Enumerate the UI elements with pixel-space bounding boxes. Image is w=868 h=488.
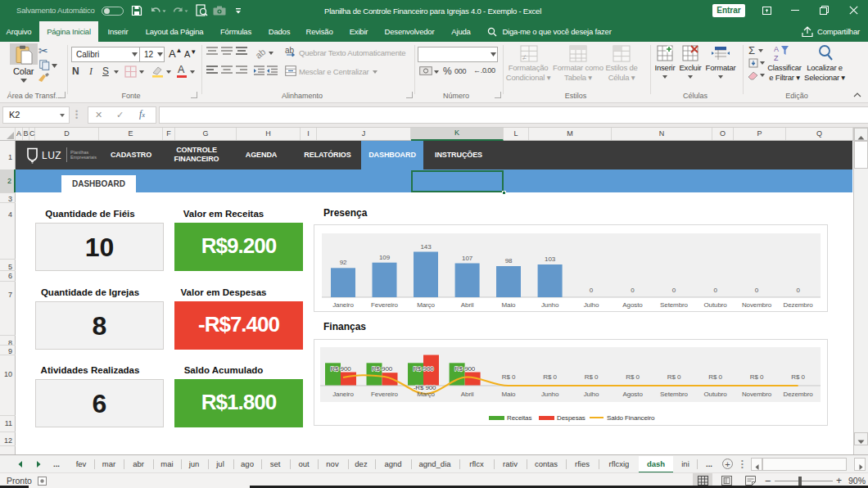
svg-text:R$ 900: R$ 900 xyxy=(454,365,476,373)
svg-text:Junho: Junho xyxy=(541,391,559,398)
svg-text:Outubro: Outubro xyxy=(703,301,727,309)
svg-text:109: 109 xyxy=(379,254,391,261)
svg-text:Setembro: Setembro xyxy=(660,301,689,309)
svg-text:0: 0 xyxy=(755,287,759,294)
svg-text:R$ 900: R$ 900 xyxy=(372,365,393,373)
svg-text:Março: Março xyxy=(417,301,435,309)
svg-text:Abril: Abril xyxy=(461,301,474,309)
svg-text:0: 0 xyxy=(713,287,717,294)
svg-text:Receitas: Receitas xyxy=(507,414,531,422)
svg-text:Novembro: Novembro xyxy=(742,301,772,309)
svg-text:Agosto: Agosto xyxy=(622,301,643,309)
svg-text:98: 98 xyxy=(505,257,513,264)
svg-text:Novembro: Novembro xyxy=(742,391,772,398)
svg-text:ab: ab xyxy=(254,47,267,59)
svg-text:Abril: Abril xyxy=(461,391,474,398)
svg-text:Agosto: Agosto xyxy=(622,391,643,398)
svg-text:Z: Z xyxy=(774,54,779,62)
svg-text:R$ 0: R$ 0 xyxy=(708,373,722,381)
svg-text:Fevereiro: Fevereiro xyxy=(371,301,399,309)
svg-text:R$ 0: R$ 0 xyxy=(791,373,805,381)
svg-text:Saldo Financeiro: Saldo Financeiro xyxy=(607,414,655,422)
svg-text:0: 0 xyxy=(672,287,676,294)
svg-text:R$ 0: R$ 0 xyxy=(750,373,764,381)
svg-text:Maio: Maio xyxy=(502,301,517,309)
svg-text:Março: Março xyxy=(417,391,435,398)
svg-text:92: 92 xyxy=(340,259,347,266)
svg-text:R$ 900: R$ 900 xyxy=(413,365,434,373)
svg-text:Junho: Junho xyxy=(541,301,559,309)
svg-text:Janeiro: Janeiro xyxy=(332,301,354,309)
svg-text:R$ 0: R$ 0 xyxy=(626,373,640,381)
svg-text:103: 103 xyxy=(545,255,556,263)
svg-text:Julho: Julho xyxy=(584,391,599,398)
svg-text:R$ 0: R$ 0 xyxy=(667,373,681,381)
svg-text:≠: ≠ xyxy=(522,53,527,61)
svg-text:Maio: Maio xyxy=(502,391,517,398)
svg-text:R$ 0: R$ 0 xyxy=(543,373,557,381)
svg-text:Julho: Julho xyxy=(584,301,599,309)
svg-text:Despesas: Despesas xyxy=(557,414,585,422)
svg-text:R$ 0: R$ 0 xyxy=(585,373,599,381)
svg-text:107: 107 xyxy=(462,255,473,262)
svg-text:0: 0 xyxy=(590,287,594,294)
svg-text:0: 0 xyxy=(796,287,800,294)
svg-text:Setembro: Setembro xyxy=(660,391,689,398)
svg-text:A: A xyxy=(774,45,779,53)
svg-text:Fevereiro: Fevereiro xyxy=(371,391,399,398)
svg-text:143: 143 xyxy=(420,243,432,251)
svg-text:0: 0 xyxy=(631,287,635,294)
svg-text:Janeiro: Janeiro xyxy=(332,391,354,398)
svg-text:R$ 0: R$ 0 xyxy=(502,373,516,381)
svg-text:Dezembro: Dezembro xyxy=(784,391,814,398)
svg-text:R$ 900: R$ 900 xyxy=(330,365,351,373)
svg-text:Outubro: Outubro xyxy=(703,391,727,398)
svg-text:Dezembro: Dezembro xyxy=(784,301,814,309)
